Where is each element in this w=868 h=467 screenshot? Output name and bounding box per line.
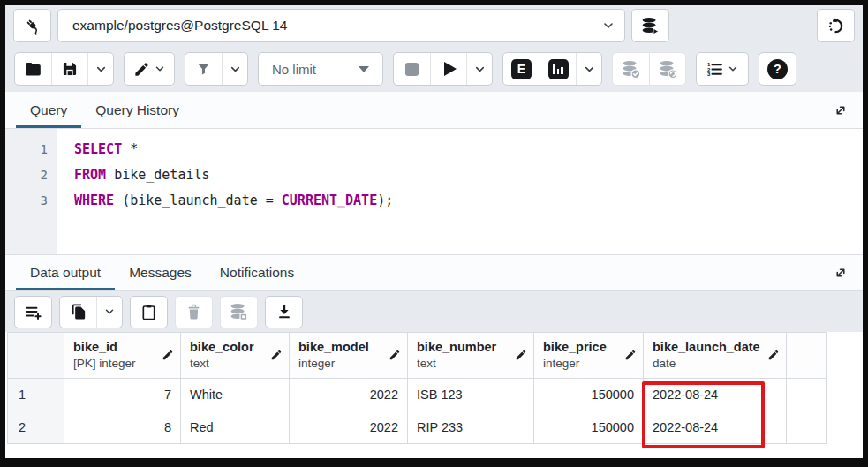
refresh-button[interactable]	[817, 9, 855, 42]
row-number[interactable]: 2	[8, 411, 64, 444]
open-file-button[interactable]	[15, 53, 51, 85]
cell-bike-number[interactable]: ISB 123	[408, 379, 534, 411]
help-button[interactable]: ?	[759, 52, 796, 86]
explain-button[interactable]: E	[503, 53, 540, 85]
cell-bike-color[interactable]: Red	[181, 411, 290, 444]
numbered-list-icon: 123	[706, 60, 724, 79]
transaction-button-group	[612, 52, 686, 86]
query-tab-bar: Query Query History	[5, 92, 863, 129]
connection-bar: example/postgres@PostgreSQL 14	[5, 5, 863, 46]
cell-bike-color[interactable]: White	[181, 379, 290, 411]
add-row-icon	[24, 303, 42, 321]
pencil-icon	[515, 349, 527, 361]
sql-line-2: 2 FROM bike_details	[5, 162, 863, 188]
column-header-bike-number[interactable]: bike_number text	[408, 333, 534, 379]
column-header-bike-id[interactable]: bike_id [PK] integer	[64, 333, 181, 379]
column-header-bike-price[interactable]: bike_price integer	[534, 333, 644, 379]
row-number[interactable]: 1	[8, 379, 64, 411]
macros-button[interactable]: 123	[697, 53, 748, 85]
copy-options-dropdown[interactable]	[96, 297, 122, 328]
cell-bike-id[interactable]: 8	[64, 411, 181, 444]
delete-row-button[interactable]	[175, 296, 213, 328]
chevron-down-icon	[727, 63, 739, 75]
tab-query-history[interactable]: Query History	[81, 92, 193, 128]
save-icon	[61, 60, 79, 78]
database-play-icon	[640, 16, 660, 36]
connection-status-button[interactable]	[13, 9, 51, 42]
download-results-button[interactable]	[265, 296, 303, 328]
filter-button-group	[185, 52, 248, 86]
sql-line-1: 1 SELECT *	[5, 137, 863, 162]
tab-data-output[interactable]: Data output	[16, 255, 115, 290]
tab-messages[interactable]: Messages	[115, 255, 206, 290]
explain-options-dropdown[interactable]	[576, 53, 601, 85]
copy-button-group	[59, 296, 123, 328]
column-header-bike-launch-date[interactable]: bike_launch_date date	[644, 333, 787, 379]
folder-icon	[24, 60, 42, 79]
caret-down-icon	[359, 66, 369, 72]
cell-bike-number[interactable]: RIP 233	[408, 411, 534, 444]
rollback-button[interactable]	[649, 53, 685, 85]
line-number: 2	[5, 162, 48, 188]
execute-options-dropdown[interactable]	[466, 53, 492, 85]
tab-query-label: Query	[30, 102, 67, 118]
execute-button-group	[393, 52, 493, 86]
results-grid: bike_id [PK] integer bike_color text bik…	[5, 332, 863, 458]
cell-bike-launch-date[interactable]: 2022-08-24	[644, 411, 787, 444]
expand-output-panel-button[interactable]	[833, 265, 849, 281]
stop-icon	[405, 63, 419, 76]
expand-query-panel-button[interactable]	[833, 102, 849, 118]
tab-notifications[interactable]: Notifications	[206, 255, 308, 290]
trash-icon	[185, 304, 202, 320]
commit-button[interactable]	[613, 53, 649, 85]
explain-button-group: E	[502, 52, 602, 86]
diagonal-expand-icon	[833, 265, 849, 281]
cell-bike-price[interactable]: 150000	[534, 411, 644, 444]
chevron-down-icon	[229, 63, 242, 76]
output-tab-bar: Data output Messages Notifications	[5, 254, 863, 291]
cell-bike-id[interactable]: 7	[64, 379, 181, 411]
file-button-group	[14, 52, 114, 86]
select-all-corner[interactable]	[8, 333, 64, 379]
database-check-icon	[621, 59, 641, 79]
sql-editor[interactable]: 1 SELECT * 2 FROM bike_details 3 WHERE (…	[5, 129, 863, 254]
save-data-changes-button[interactable]	[220, 296, 258, 328]
connection-selector[interactable]: example/postgres@PostgreSQL 14	[57, 9, 625, 42]
add-row-button[interactable]	[14, 296, 52, 328]
filter-button[interactable]	[185, 53, 222, 85]
chevron-down-icon	[583, 63, 596, 76]
pencil-icon	[624, 349, 637, 361]
download-icon	[275, 303, 293, 320]
pencil-icon	[270, 349, 283, 361]
new-connection-button[interactable]	[631, 9, 669, 42]
save-button[interactable]	[51, 53, 87, 85]
explain-analyze-button[interactable]	[540, 53, 576, 85]
cell-bike-price[interactable]: 150000	[534, 379, 644, 411]
save-options-dropdown[interactable]	[87, 53, 113, 85]
sql-code: SELECT *	[48, 137, 138, 162]
row-limit-select[interactable]: No limit	[258, 52, 383, 86]
copy-button[interactable]	[60, 297, 96, 328]
pencil-icon	[389, 349, 401, 361]
tab-query[interactable]: Query	[16, 92, 81, 128]
edit-button[interactable]	[125, 53, 174, 85]
filter-options-dropdown[interactable]	[222, 53, 247, 85]
chevron-down-icon	[154, 63, 166, 75]
line-number: 3	[5, 188, 48, 214]
table-row: 2 8 Red 2022 RIP 233 150000 2022-08-24	[8, 411, 827, 444]
execute-query-button[interactable]	[430, 53, 466, 85]
chevron-down-icon	[94, 63, 108, 76]
cell-bike-model[interactable]: 2022	[290, 379, 408, 411]
tab-notifications-label: Notifications	[220, 265, 294, 281]
column-header-bike-model[interactable]: bike_model integer	[290, 333, 408, 379]
row-limit-value: No limit	[272, 62, 316, 77]
tab-data-output-label: Data output	[30, 265, 101, 281]
cell-bike-model[interactable]: 2022	[290, 411, 408, 444]
paste-button[interactable]	[130, 296, 168, 328]
explain-icon: E	[511, 59, 532, 79]
results-table: bike_id [PK] integer bike_color text bik…	[7, 332, 827, 444]
chevron-down-icon	[601, 19, 615, 33]
cell-bike-launch-date[interactable]: 2022-08-24	[644, 379, 787, 411]
stop-button[interactable]	[394, 53, 430, 85]
column-header-bike-color[interactable]: bike_color text	[181, 333, 290, 379]
